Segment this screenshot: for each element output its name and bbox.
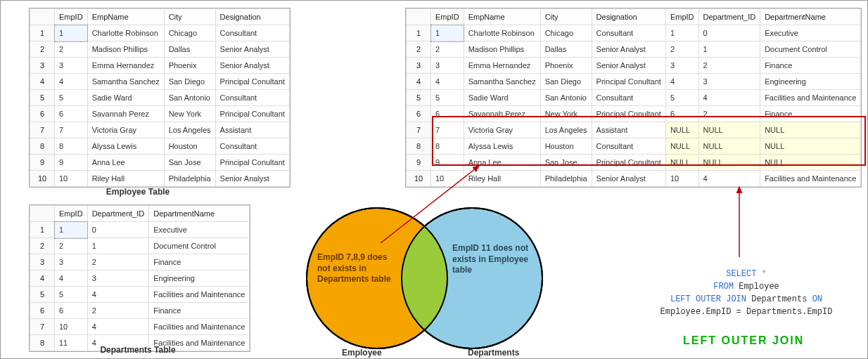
cell: Philadelphia (540, 171, 592, 187)
cell-empname: Riley Hall (87, 171, 164, 187)
cell: NULL (760, 138, 861, 155)
cell: Senior Analyst (592, 58, 665, 74)
table-row: 110Executive (30, 222, 250, 238)
rownum: 1 (30, 222, 55, 238)
rownum: 8 (30, 138, 55, 155)
sql-dept: Departments (746, 294, 812, 304)
sql-emp: Employee (734, 282, 779, 292)
rownum: 7 (30, 122, 55, 138)
rownum: 1 (30, 25, 55, 41)
venn-right-text: EmpID 11 does not exists in Employee tab… (452, 243, 537, 276)
col-city: City (164, 9, 215, 25)
col-empid: EmpID (55, 206, 88, 222)
rownum: 2 (407, 41, 431, 58)
cell: Finance (760, 58, 861, 74)
cell: Phoenix (540, 58, 592, 74)
rownum: 8 (407, 138, 431, 155)
rownum: 9 (30, 155, 55, 171)
venn-right-label: Departments (468, 348, 519, 358)
cell: 2 (431, 41, 464, 58)
table-row: 77Victoria GrayLos AngelesAssistant (30, 122, 290, 138)
cell: San Antonio (540, 90, 592, 106)
venn-left-text: EmpID 7,8,9 does not exists in Departmen… (317, 252, 395, 285)
cell-empname: Alyssa Lewis (87, 138, 164, 155)
cell-designation: Principal Conultant (215, 106, 289, 122)
departments-table: EmpID Department_ID DepartmentName 110Ex… (29, 204, 250, 352)
cell-empid: 2 (55, 41, 88, 58)
table-row: 55Sadie WardSan AntonioConsultant (30, 90, 290, 106)
cell: 6 (665, 106, 698, 122)
cell: 3 (665, 58, 698, 74)
cell-empname: Emma Hernandez (87, 58, 164, 74)
cell-empid: 6 (55, 303, 88, 319)
cell-deptid: 4 (87, 319, 149, 335)
rownum: 3 (30, 254, 55, 270)
cell-deptid: 2 (87, 303, 149, 319)
departments-table-caption: Departments Table (82, 345, 194, 355)
cell-city: New York (164, 106, 215, 122)
sql-on: ON (812, 294, 822, 304)
sql-cond: Employee.EmpID = Departments.EmpID (660, 307, 833, 317)
cell: New York (540, 106, 592, 122)
diagram-canvas: EmpID EmpName City Designation 11Charlot… (0, 0, 868, 359)
cell-empid: 5 (55, 287, 88, 303)
cell: Los Angeles (540, 122, 592, 138)
cell-empname: Charlotte Robinson (87, 25, 164, 41)
rownum: 6 (407, 106, 431, 122)
cell: 4 (698, 90, 760, 106)
cell-empid: 1 (55, 222, 88, 238)
cell-deptname: Executive (149, 222, 250, 238)
cell: Assistant (592, 122, 665, 138)
cell: 10 (665, 171, 698, 187)
cell-empid: 3 (55, 254, 88, 270)
cell: 4 (665, 74, 698, 90)
table-row: 22Madison PhillipsDallasSenior Analyst (30, 41, 290, 58)
arrow-venn-to-result (366, 162, 493, 247)
cell: 2 (665, 41, 698, 58)
table-row: 44Samantha SanchezSan DiegoPrincipal Con… (407, 74, 861, 90)
cell: Samantha Sanchez (464, 74, 540, 90)
rownum: 5 (407, 90, 431, 106)
cell: Principal Conultant (592, 155, 665, 171)
cell: 5 (431, 90, 464, 106)
rownum: 7 (30, 319, 55, 335)
cell-deptname: Document Control (149, 238, 250, 254)
cell: 2 (698, 106, 760, 122)
rownum: 8 (30, 335, 55, 351)
rownum: 10 (30, 171, 55, 187)
rownum: 3 (30, 58, 55, 74)
cell: Executive (760, 25, 861, 41)
cell: 6 (431, 106, 464, 122)
rownum-header (407, 9, 431, 25)
cell-designation: Principal Conultant (215, 74, 289, 90)
sql-from: FROM (713, 282, 734, 292)
cell: Facilities and Maintenance (760, 171, 861, 187)
table-row: 66Savannah PerezNew YorkPrincipal Conult… (30, 106, 290, 122)
result-table: EmpID EmpName City Designation EmpID Dep… (405, 8, 862, 188)
cell-deptid: 1 (87, 238, 149, 254)
cell-empid: 10 (55, 171, 88, 187)
cell-empname: Samantha Sanchez (87, 74, 164, 90)
sql-code: SELECT * FROM Employee LEFT OUTER JOIN D… (637, 268, 855, 318)
table-row: 77Victoria GrayLos AngelesAssistantNULLN… (407, 122, 861, 138)
cell: Principal Conultant (592, 106, 665, 122)
sql-select: SELECT (726, 269, 756, 279)
col-empname: EmpName (464, 9, 540, 25)
cell-deptid: 4 (87, 287, 149, 303)
cell: 1 (665, 25, 698, 41)
cell: Chicago (540, 25, 592, 41)
rownum: 5 (30, 90, 55, 106)
cell-deptname: Finance (149, 254, 250, 270)
cell: San Jose (540, 155, 592, 171)
cell: Consultant (592, 25, 665, 41)
cell: NULL (665, 138, 698, 155)
cell: Document Control (760, 41, 861, 58)
cell-deptname: Finance (149, 303, 250, 319)
rownum-header (30, 206, 55, 222)
cell-empname: Savannah Perez (87, 106, 164, 122)
employee-table-caption: Employee Table (89, 187, 187, 197)
venn-left-label: Employee (342, 348, 382, 358)
cell: Consultant (592, 138, 665, 155)
rownum: 5 (30, 287, 55, 303)
cell: Sadie Ward (464, 90, 540, 106)
